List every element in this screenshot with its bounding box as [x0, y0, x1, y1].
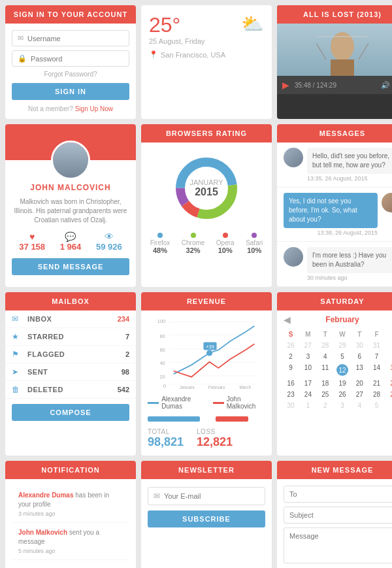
lock-icon: 🔒 — [18, 54, 27, 63]
star-icon: ★ — [12, 332, 22, 341]
donut-chart-container: JANUARY 2015 — [141, 142, 272, 227]
new-message-body: SEND MESSAGE — [277, 479, 392, 568]
calendar-month: February — [325, 315, 359, 324]
calendar-week-2: 2 3 4 5 6 7 8 — [282, 351, 392, 362]
flag-icon: ⚑ — [12, 350, 22, 359]
subject-input[interactable] — [284, 507, 392, 524]
username-group: ✉ — [12, 30, 129, 46]
message-time-1: 13:35, 26 August, 2015 — [307, 175, 392, 182]
stat-views: 👁 59 926 — [96, 231, 122, 252]
message-bubble-3: I'm more less :) Have you been in Austra… — [307, 247, 392, 273]
signin-button[interactable]: SIGN IN — [12, 83, 129, 100]
calendar-grid: S M T W T F S 26 27 28 29 30 31 1 2 3 — [277, 329, 392, 416]
message-bubble-1: Hello, did't see you before, but tell me… — [307, 148, 392, 174]
legend-firefox: Firefox 48% — [150, 233, 171, 254]
sent-icon: ➤ — [12, 367, 22, 376]
message-avatar-3 — [284, 247, 303, 267]
message-avatar-2 — [382, 193, 392, 212]
svg-text:0: 0 — [163, 383, 166, 389]
svg-text:80: 80 — [160, 333, 165, 339]
eye-icon: 👁 — [96, 231, 122, 242]
to-input[interactable] — [284, 486, 392, 503]
notification-list: Alexandre Dumas has been in your profile… — [5, 479, 136, 567]
mailbox-card: MAILBOX ✉ INBOX 234 ★ STARRED 7 ⚑ FLAGGE… — [5, 292, 136, 456]
trash-icon: 🗑 — [12, 385, 22, 394]
legend-chrome: Chrome 32% — [182, 233, 205, 254]
weather-date: 25 August, Friday — [149, 37, 205, 45]
donut-chart: JANUARY 2015 — [171, 152, 242, 224]
notification-card: NOTIFICATION Alexandre Dumas has been in… — [5, 461, 136, 568]
message-time-3: 30 minutes ago — [307, 275, 392, 281]
bar-john — [216, 416, 248, 422]
message-bubble-2: Yes, I did not see you before, I'm ok. S… — [284, 193, 378, 228]
movie-time: 35:48 / 124:29 — [295, 82, 376, 89]
temperature: 25° — [149, 13, 205, 37]
svg-text:40: 40 — [160, 360, 165, 366]
total-revenue: TOTAL 98,821 — [148, 428, 184, 449]
calendar-nav: ◀ February ▶ — [277, 310, 392, 329]
stat-likes: ♥ 37 158 — [19, 231, 45, 252]
messages-list: Hello, did't see you before, but tell me… — [277, 142, 392, 287]
email-input[interactable] — [164, 492, 259, 500]
location-pin-icon: 📍 — [149, 50, 158, 59]
new-message-card: NEW MESSAGE SEND MESSAGE — [277, 461, 392, 568]
signup-prompt: Not a member? Sign Up Now — [12, 105, 129, 112]
newsletter-body: ✉ SUBSCRIBE — [141, 479, 272, 535]
message-item-1: Hello, did't see you before, but tell me… — [277, 142, 392, 188]
messages-header: MESSAGES — [277, 124, 392, 142]
message-textarea[interactable] — [284, 527, 392, 563]
mail-inbox[interactable]: ✉ INBOX 234 — [5, 310, 136, 328]
mail-deleted[interactable]: 🗑 DELETED 542 — [5, 381, 136, 399]
calendar-week-3: 9 10 11 12 13 14 15 — [282, 362, 392, 378]
forgot-password-link[interactable]: Forgot Password? — [12, 71, 129, 78]
mail-sent[interactable]: ➤ SENT 98 — [5, 363, 136, 381]
calendar-week-6: 30 1 2 3 4 5 6 — [282, 400, 392, 411]
send-message-button[interactable]: SEND MESSAGE — [12, 258, 129, 275]
signin-header: SIGN IN TO YOUR ACCOUNT — [5, 5, 136, 24]
username-input[interactable] — [27, 35, 123, 42]
legend-opera: Opera 10% — [216, 233, 235, 254]
svg-point-25 — [206, 350, 212, 356]
svg-text:January: January — [180, 385, 195, 389]
svg-text:February: February — [208, 385, 225, 389]
message-item-3: I'm more less :) Have you been in Austra… — [277, 242, 392, 287]
volume-icon[interactable]: 🔊 — [381, 81, 390, 90]
password-group: 🔒 — [12, 50, 129, 67]
blue-swatch — [148, 402, 159, 404]
inbox-icon: ✉ — [12, 314, 22, 324]
today-cell[interactable]: 12 — [334, 362, 351, 378]
prev-month-button[interactable]: ◀ — [284, 314, 291, 325]
legend-alexandre: Alexandre Dumas — [148, 395, 206, 410]
mail-flagged[interactable]: ⚑ FLAGGED 2 — [5, 346, 136, 363]
svg-text:March: March — [239, 385, 251, 389]
svg-text:100: 100 — [157, 318, 165, 324]
revenue-card: REVENUE 100 80 60 40 20 0 January Februa… — [141, 292, 272, 456]
password-input[interactable] — [31, 55, 123, 63]
signup-link[interactable]: Sign Up Now — [75, 105, 113, 112]
calendar-week-4: 16 17 18 19 20 21 22 — [282, 378, 392, 389]
svg-rect-2 — [331, 59, 354, 76]
profile-card: JOHN MALCOVICH Malkovich was born in Chr… — [5, 124, 136, 287]
chat-icon: 💬 — [60, 231, 82, 242]
signin-card: SIGN IN TO YOUR ACCOUNT ✉ 🔒 Forgot Passw… — [5, 5, 136, 119]
browser-legend: Firefox 48% Chrome 32% Opera 10% Safari … — [141, 227, 272, 261]
play-button[interactable]: ▶ — [282, 80, 289, 90]
calendar-card: SATURDAY ◀ February ▶ S M T W T F S 26 2… — [277, 292, 392, 456]
mail-starred[interactable]: ★ STARRED 7 — [5, 328, 136, 346]
weather-card: 25° 25 August, Friday ⛅ 📍 San Francisco,… — [141, 5, 272, 119]
message-item-2: Yes, I did not see you before, I'm ok. S… — [277, 188, 392, 242]
newsletter-header: NEWSLETTER — [141, 461, 272, 479]
revenue-header: REVENUE — [141, 292, 272, 310]
movie-header: ALL IS LOST (2013) — [277, 5, 392, 24]
compose-button[interactable]: COMPOSE — [12, 404, 129, 421]
subscribe-button[interactable]: SUBSCRIBE — [148, 510, 265, 527]
movie-thumbnail — [277, 24, 392, 76]
browsers-header: BROWSERS RATING — [141, 124, 272, 142]
movie-controls: ▶ 35:48 / 124:29 🔊 ⛶ — [277, 76, 392, 94]
svg-text:60: 60 — [160, 347, 165, 353]
mailbox-list: ✉ INBOX 234 ★ STARRED 7 ⚑ FLAGGED 2 ➤ SE… — [5, 310, 136, 399]
email-icon: ✉ — [154, 492, 160, 501]
legend-safari: Safari 10% — [246, 233, 263, 254]
profile-header — [5, 124, 136, 160]
calendar-week-1: 26 27 28 29 30 31 1 — [282, 340, 392, 351]
